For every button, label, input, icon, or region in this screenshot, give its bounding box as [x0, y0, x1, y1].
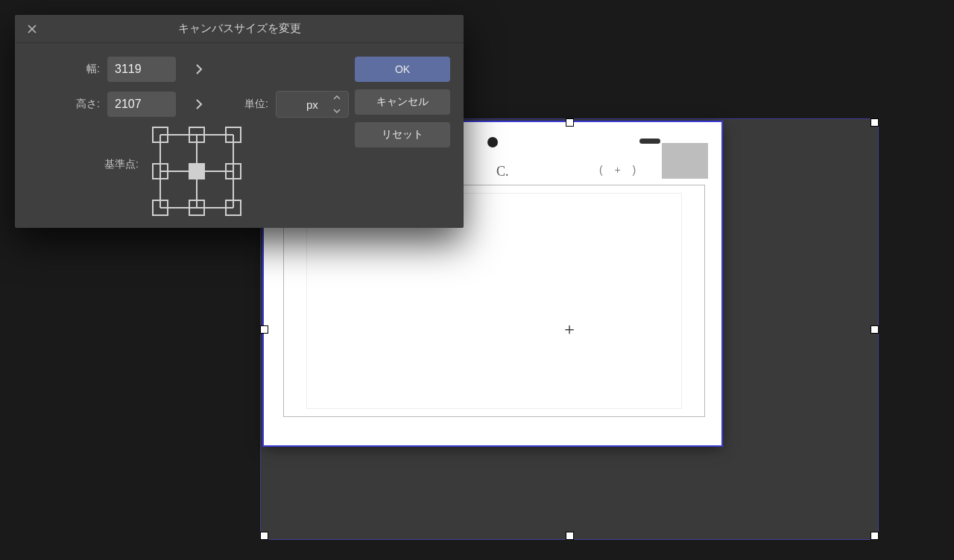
width-input[interactable] [107, 57, 176, 82]
anchor-bottom-center[interactable] [189, 200, 205, 216]
chevron-right-icon [195, 98, 203, 110]
doc-paren-text: ( + ) [599, 164, 640, 176]
height-input[interactable] [107, 92, 176, 117]
anchor-center[interactable] [189, 163, 205, 179]
anchor-mid-left[interactable] [152, 163, 168, 179]
chevron-right-icon [195, 63, 203, 75]
handle-top-right[interactable] [871, 118, 879, 127]
chevron-down-icon [333, 108, 341, 114]
anchor-top-right[interactable] [225, 127, 241, 143]
anchor-mid-right[interactable] [225, 163, 241, 179]
anchor-row: 基準点: [24, 127, 355, 216]
handle-bottom-right[interactable] [871, 532, 879, 540]
handle-top-center[interactable] [566, 118, 574, 127]
transform-center-icon: ＋ [561, 321, 578, 337]
height-expand-button[interactable] [186, 92, 212, 117]
anchor-top-left[interactable] [152, 127, 168, 143]
canvas-size-dialog: キャンバスサイズを変更 幅: 高さ: [15, 15, 464, 228]
height-row: 高さ: 単位: px [24, 91, 355, 118]
width-label: 幅: [24, 63, 107, 76]
handle-mid-left[interactable] [260, 325, 268, 334]
ok-button[interactable]: OK [355, 57, 450, 82]
dialog-left-col: 幅: 高さ: 単位: px [24, 57, 355, 216]
anchor-bottom-right[interactable] [225, 200, 241, 216]
anchor-bottom-left[interactable] [152, 200, 168, 216]
dialog-body: 幅: 高さ: 単位: px [15, 43, 464, 229]
handle-mid-right[interactable] [871, 325, 879, 334]
unit-value: px [306, 98, 318, 111]
height-label: 高さ: [24, 98, 107, 111]
chevron-up-icon [333, 95, 341, 101]
handle-bottom-left[interactable] [260, 532, 268, 540]
anchor-label: 基準点: [24, 127, 152, 171]
width-row: 幅: [24, 57, 355, 82]
close-icon [27, 24, 37, 34]
dialog-titlebar[interactable]: キャンバスサイズを変更 [15, 15, 464, 43]
anchor-top-center[interactable] [189, 127, 205, 143]
doc-pill-mark [639, 139, 660, 144]
unit-select[interactable]: px [276, 91, 349, 118]
unit-stepper[interactable] [333, 95, 344, 114]
doc-grey-box [662, 143, 708, 179]
width-expand-button[interactable] [186, 57, 212, 82]
doc-dot-mark [487, 137, 498, 147]
dialog-close-button[interactable] [25, 22, 39, 36]
cancel-button[interactable]: キャンセル [355, 89, 450, 115]
dialog-title: キャンバスサイズを変更 [15, 22, 464, 36]
anchor-grid [152, 127, 241, 216]
unit-label: 単位: [244, 98, 268, 111]
handle-bottom-center[interactable] [566, 532, 574, 540]
dialog-button-col: OK キャンセル リセット [355, 57, 450, 216]
reset-button[interactable]: リセット [355, 122, 450, 147]
doc-letter-c: C. [496, 164, 509, 179]
